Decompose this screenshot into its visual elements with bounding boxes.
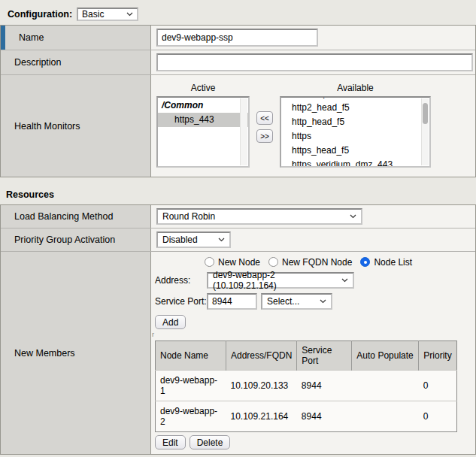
available-list-scrollbar[interactable] <box>421 98 429 165</box>
radio-new-node-label: New Node <box>218 257 260 268</box>
service-port-input[interactable]: 8944 <box>207 293 257 310</box>
available-monitors-listbox[interactable]: http2 http2_head_f5 http_head_f5 https h… <box>280 96 431 168</box>
name-row: Name dev9-webapp-ssp <box>1 26 475 50</box>
service-port-select[interactable]: Select... <box>261 293 332 310</box>
priority-group-label-cell: Priority Group Activation <box>1 228 151 251</box>
cell-priority: 0 <box>419 371 456 401</box>
monitor-folder-item[interactable]: /Common <box>158 98 248 113</box>
cell-node-name: dev9-webapp-2 <box>156 401 226 432</box>
member-type-radio-row: New Node New FQDN Node Node List <box>205 256 475 268</box>
radio-node-list[interactable]: Node List <box>360 257 412 268</box>
move-to-active-button[interactable]: << <box>256 111 273 125</box>
cell-service-port: 8944 <box>297 401 352 432</box>
name-input-value: dev9-webapp-ssp <box>162 32 233 43</box>
chevron-down-icon <box>218 238 225 242</box>
configuration-select[interactable]: Basic <box>77 8 138 21</box>
monitor-move-buttons: << >> <box>256 111 273 143</box>
configuration-select-value: Basic <box>82 9 104 20</box>
address-select[interactable]: dev9-webapp-2 (10.109.21.164) <box>207 272 354 289</box>
address-select-value: dev9-webapp-2 (10.109.21.164) <box>213 270 335 291</box>
health-monitors-value-cell: Active /Common https_443 << >> Available… <box>151 75 475 177</box>
radio-new-node[interactable]: New Node <box>205 257 260 268</box>
name-input[interactable]: dev9-webapp-ssp <box>156 29 318 47</box>
chevron-down-icon <box>341 278 348 283</box>
service-port-label: Service Port: <box>155 296 207 307</box>
member-table-row[interactable]: dev9-webapp-1 10.109.20.133 8944 0 <box>156 371 457 401</box>
priority-group-label: Priority Group Activation <box>14 235 115 245</box>
move-to-available-button[interactable]: >> <box>256 129 273 143</box>
required-accent-bar <box>1 26 5 50</box>
radio-button-icon[interactable] <box>268 257 278 267</box>
radio-button-icon[interactable] <box>205 257 214 267</box>
new-members-value-cell: New Node New FQDN Node Node List Address… <box>151 252 475 454</box>
chevron-down-icon <box>350 214 356 219</box>
available-list-scrollbar-thumb[interactable] <box>423 103 428 124</box>
available-monitor-item[interactable]: https_veridium_dmz_443 <box>281 158 429 168</box>
priority-group-value-cell: Disabled <box>151 228 475 251</box>
header-auto-populate: Auto Populate <box>352 341 419 371</box>
members-table-header-row: Node Name Address/FQDN Service Port Auto… <box>156 341 457 371</box>
load-balancing-select-value: Round Robin <box>162 211 215 222</box>
add-button[interactable]: Add <box>155 315 186 329</box>
available-monitor-item[interactable]: https <box>281 129 429 144</box>
member-table-row[interactable]: dev9-webapp-2 10.109.21.164 8944 0 <box>156 401 457 432</box>
description-row: Description <box>1 50 475 75</box>
chevron-down-icon <box>126 12 133 17</box>
available-monitor-item[interactable]: http2_head_f5 <box>281 101 429 115</box>
header-node-name: Node Name <box>156 341 226 371</box>
priority-group-select-value: Disabled <box>162 235 198 245</box>
header-address-fqdn: Address/FQDN <box>226 341 297 371</box>
load-balancing-label: Load Balancing Method <box>14 211 113 222</box>
active-monitors-listbox[interactable]: /Common https_443 <box>156 96 250 168</box>
radio-new-fqdn-node[interactable]: New FQDN Node <box>268 257 352 268</box>
radio-node-list-label: Node List <box>374 257 412 268</box>
load-balancing-value-cell: Round Robin <box>151 205 475 228</box>
available-monitor-item[interactable]: https_head_f5 <box>281 144 429 158</box>
resources-heading: Resources <box>6 189 476 200</box>
address-row: Address: dev9-webapp-2 (10.109.21.164) <box>155 272 475 289</box>
cell-auto-populate <box>352 371 419 401</box>
description-input[interactable] <box>156 53 473 71</box>
active-list-label: Active <box>156 83 250 93</box>
radio-new-fqdn-node-label: New FQDN Node <box>282 257 352 268</box>
header-service-port: Service Port <box>297 341 352 371</box>
available-monitor-item[interactable]: http_head_f5 <box>281 115 429 129</box>
name-value-cell: dev9-webapp-ssp <box>151 26 475 50</box>
cell-address: 10.109.20.133 <box>226 371 297 401</box>
cell-address: 10.109.21.164 <box>226 401 297 432</box>
radio-button-selected-icon[interactable] <box>360 257 370 267</box>
active-list-scrollbar[interactable] <box>240 98 247 165</box>
configuration-bar: Configuration: Basic <box>8 8 476 21</box>
add-row: Add <box>155 315 475 329</box>
cell-node-name: dev9-webapp-1 <box>156 371 226 401</box>
chevron-down-icon <box>320 299 326 304</box>
edit-button[interactable]: Edit <box>155 435 186 449</box>
active-monitors-group: Active /Common https_443 <box>156 83 250 168</box>
name-label-cell: Name <box>1 26 151 50</box>
priority-group-row: Priority Group Activation Disabled <box>1 228 475 252</box>
address-label: Address: <box>155 275 207 286</box>
health-monitors-label: Health Monitors <box>14 121 80 132</box>
load-balancing-label-cell: Load Balancing Method <box>1 205 151 228</box>
service-port-input-value: 8944 <box>212 296 232 307</box>
delete-button[interactable]: Delete <box>189 435 231 449</box>
resources-table: Load Balancing Method Round Robin Priori… <box>0 204 476 455</box>
configuration-label: Configuration: <box>8 9 72 20</box>
description-value-cell <box>151 50 475 74</box>
stray-text: r <box>152 331 475 338</box>
description-label-cell: Description <box>1 50 151 74</box>
load-balancing-select[interactable]: Round Robin <box>156 208 362 225</box>
health-monitors-label-cell: Health Monitors <box>1 75 151 177</box>
cell-service-port: 8944 <box>297 371 352 401</box>
new-members-row: New Members New Node New FQDN Node Node … <box>1 252 475 454</box>
priority-group-select[interactable]: Disabled <box>156 232 231 248</box>
edit-delete-row: Edit Delete <box>155 435 475 449</box>
cell-auto-populate <box>352 401 419 432</box>
active-monitor-item[interactable]: https_443 <box>158 113 248 127</box>
load-balancing-row: Load Balancing Method Round Robin <box>1 205 475 228</box>
health-monitors-row: Health Monitors Active /Common https_443… <box>1 75 475 177</box>
service-port-row: Service Port: 8944 Select... <box>155 293 475 310</box>
service-port-select-value: Select... <box>267 296 299 307</box>
header-priority: Priority <box>419 341 456 371</box>
new-members-label: New Members <box>14 348 75 359</box>
